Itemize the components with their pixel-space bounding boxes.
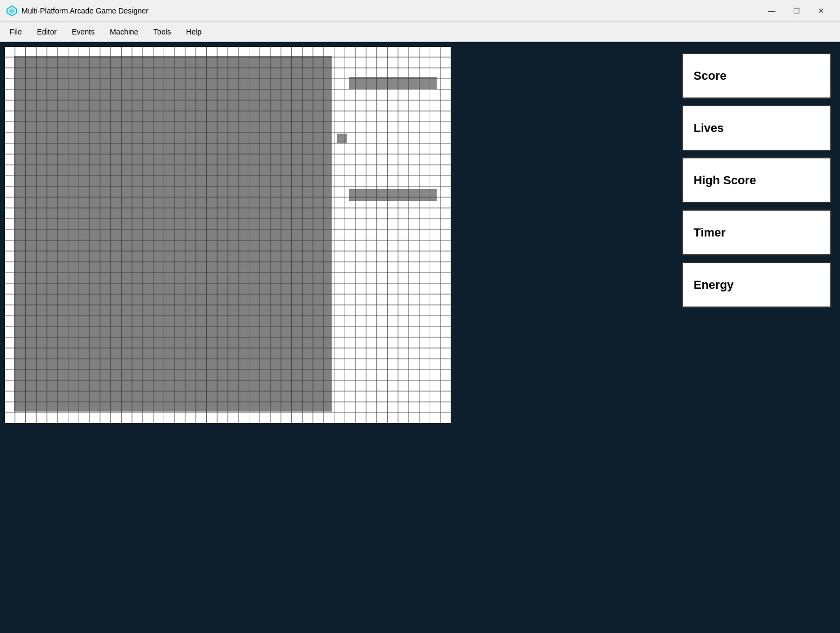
gray-bar-top	[349, 77, 437, 89]
menu-editor[interactable]: Editor	[30, 22, 65, 41]
high-score-label: High Score	[694, 173, 756, 187]
timer-label: Timer	[694, 226, 726, 240]
energy-button[interactable]: Energy	[682, 262, 831, 308]
grid-container[interactable]	[4, 46, 451, 423]
menu-help[interactable]: Help	[179, 22, 209, 41]
high-score-button[interactable]: High Score	[682, 157, 831, 203]
right-panel: Score Lives High Score Timer Energy	[673, 42, 840, 633]
main-area: Score Lives High Score Timer Energy	[0, 42, 840, 633]
menu-file[interactable]: File	[2, 22, 30, 41]
title-bar: Multi-Platform Arcade Game Designer — ☐ …	[0, 0, 840, 22]
maximize-button[interactable]: ☐	[784, 0, 809, 22]
app-icon	[6, 5, 17, 16]
lives-button[interactable]: Lives	[682, 105, 831, 151]
svg-marker-1	[9, 8, 15, 14]
score-label: Score	[694, 69, 726, 83]
gray-region	[14, 56, 332, 412]
canvas-area	[0, 42, 673, 633]
menu-bar: File Editor Events Machine Tools Help	[0, 22, 840, 42]
timer-button[interactable]: Timer	[682, 210, 831, 255]
menu-events[interactable]: Events	[64, 22, 102, 41]
lives-label: Lives	[694, 121, 724, 135]
menu-tools[interactable]: Tools	[146, 22, 179, 41]
energy-label: Energy	[694, 278, 734, 292]
close-button[interactable]: ✕	[809, 0, 834, 22]
window-title: Multi-Platform Arcade Game Designer	[22, 6, 759, 15]
menu-machine[interactable]: Machine	[102, 22, 146, 41]
score-button[interactable]: Score	[682, 53, 831, 99]
window-controls: — ☐ ✕	[759, 0, 834, 22]
gray-bar-bottom	[349, 189, 437, 201]
minimize-button[interactable]: —	[759, 0, 784, 22]
gray-square	[337, 134, 347, 143]
